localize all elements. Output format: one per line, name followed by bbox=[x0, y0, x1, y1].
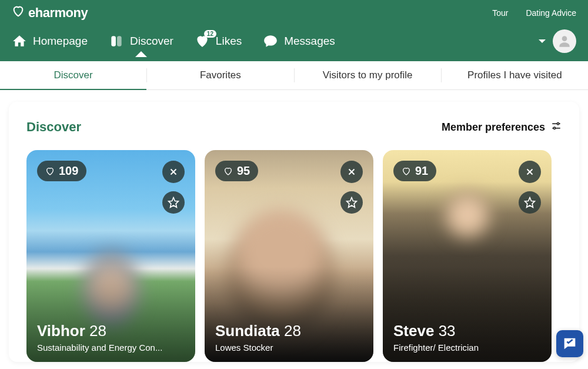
svg-rect-0 bbox=[111, 36, 116, 46]
nav-messages[interactable]: Messages bbox=[263, 34, 335, 49]
nav-right bbox=[539, 29, 576, 53]
profile-card[interactable]: 95 Sundiata 28 Lowes Stocker bbox=[205, 150, 373, 362]
nav-discover[interactable]: Discover bbox=[109, 34, 173, 49]
svg-marker-15 bbox=[525, 198, 535, 208]
header: eharmony Tour Dating Advice Homepage Dis… bbox=[0, 0, 588, 61]
svg-point-2 bbox=[562, 36, 567, 41]
card-info: Steve 33 Firefighter/ Electrician bbox=[393, 322, 541, 353]
chat-icon bbox=[263, 34, 278, 49]
profile-occupation: Lowes Stocker bbox=[215, 343, 363, 353]
tab-visitors[interactable]: Visitors to my profile bbox=[295, 61, 441, 89]
dropdown-arrow-icon[interactable] bbox=[539, 39, 546, 43]
profile-occupation: Sustainability and Energy Con... bbox=[37, 343, 185, 353]
favorite-button[interactable] bbox=[340, 191, 363, 214]
nav-likes-label: Likes bbox=[216, 35, 242, 48]
nav-discover-label: Discover bbox=[130, 35, 173, 48]
nav-homepage[interactable]: Homepage bbox=[12, 34, 88, 49]
heart-logo-icon bbox=[12, 5, 25, 21]
nav-messages-label: Messages bbox=[284, 35, 335, 48]
nav-homepage-label: Homepage bbox=[33, 35, 88, 48]
compatibility-badge: 95 bbox=[215, 161, 258, 181]
heart-icon: 12 bbox=[195, 34, 210, 49]
favorite-button[interactable] bbox=[519, 191, 541, 214]
score-value: 109 bbox=[59, 164, 78, 178]
card-info: Sundiata 28 Lowes Stocker bbox=[215, 322, 363, 353]
dismiss-button[interactable] bbox=[162, 161, 185, 183]
profile-name: Vibhor bbox=[37, 322, 85, 340]
content-header: Discover Member preferences bbox=[26, 119, 562, 135]
svg-marker-12 bbox=[347, 198, 357, 208]
svg-point-4 bbox=[557, 122, 559, 124]
brand-logo[interactable]: eharmony bbox=[12, 5, 88, 21]
profile-name: Sundiata bbox=[215, 322, 280, 340]
tab-favorites[interactable]: Favorites bbox=[147, 61, 293, 89]
top-links: Tour Dating Advice bbox=[492, 8, 576, 18]
sub-tabs: Discover Favorites Visitors to my profil… bbox=[0, 61, 588, 90]
tour-link[interactable]: Tour bbox=[492, 8, 508, 18]
profile-card[interactable]: 109 Vibhor 28 Sustainability and Energy … bbox=[26, 150, 195, 362]
cards-icon bbox=[109, 34, 124, 49]
favorite-button[interactable] bbox=[162, 191, 185, 214]
svg-rect-1 bbox=[117, 36, 122, 46]
sliders-icon bbox=[551, 121, 562, 134]
profile-name: Steve bbox=[393, 322, 434, 340]
home-icon bbox=[12, 34, 27, 49]
brand-name: eharmony bbox=[28, 5, 88, 21]
compatibility-badge: 91 bbox=[393, 161, 436, 181]
likes-count-badge: 12 bbox=[204, 30, 216, 38]
card-info: Vibhor 28 Sustainability and Energy Con.… bbox=[37, 322, 185, 353]
score-value: 91 bbox=[415, 164, 428, 178]
profile-cards: 109 Vibhor 28 Sustainability and Energy … bbox=[26, 150, 562, 362]
preferences-label: Member preferences bbox=[442, 121, 545, 134]
content: Discover Member preferences 109 bbox=[0, 90, 588, 369]
tab-visited[interactable]: Profiles I have visited bbox=[442, 61, 588, 89]
dismiss-button[interactable] bbox=[340, 161, 363, 183]
avatar[interactable] bbox=[553, 29, 576, 53]
nav-likes[interactable]: 12 Likes bbox=[195, 34, 242, 49]
dismiss-button[interactable] bbox=[519, 161, 541, 183]
tab-discover[interactable]: Discover bbox=[0, 61, 146, 89]
svg-marker-9 bbox=[169, 198, 179, 208]
member-preferences-button[interactable]: Member preferences bbox=[442, 121, 562, 134]
profile-age: 28 bbox=[284, 322, 301, 340]
advice-link[interactable]: Dating Advice bbox=[526, 8, 576, 18]
content-card: Discover Member preferences 109 bbox=[9, 102, 579, 362]
compatibility-badge: 109 bbox=[37, 161, 86, 181]
help-widget[interactable] bbox=[556, 330, 583, 357]
main-nav: Homepage Discover 12 Likes Messages bbox=[0, 24, 588, 61]
profile-age: 28 bbox=[89, 322, 106, 340]
top-bar: eharmony Tour Dating Advice bbox=[0, 0, 588, 24]
svg-point-6 bbox=[553, 127, 555, 129]
score-value: 95 bbox=[237, 164, 250, 178]
section-title: Discover bbox=[26, 119, 81, 135]
active-indicator bbox=[135, 51, 147, 57]
profile-occupation: Firefighter/ Electrician bbox=[393, 343, 541, 353]
profile-age: 33 bbox=[439, 322, 456, 340]
profile-card[interactable]: 91 Steve 33 Firefighter/ Electrician bbox=[383, 150, 552, 362]
